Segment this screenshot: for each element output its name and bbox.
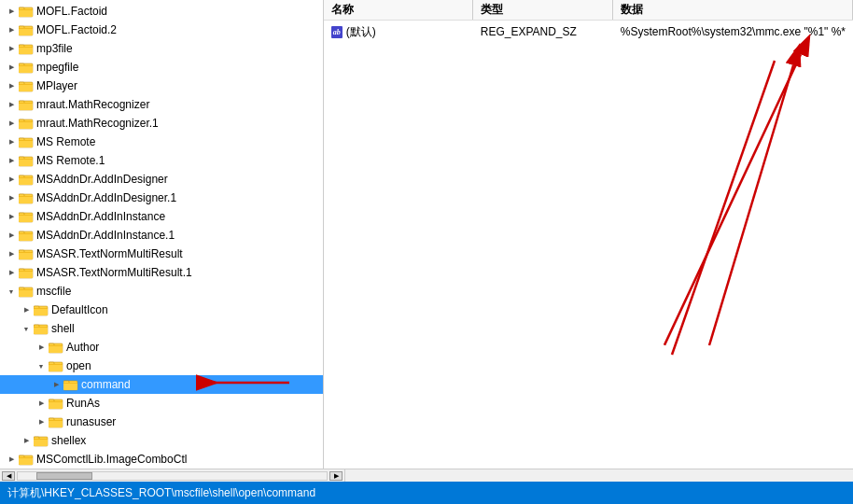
tree-item[interactable]: ▶ MPlayer bbox=[0, 77, 323, 95]
expand-btn[interactable]: ▶ bbox=[4, 4, 19, 19]
expand-btn[interactable]: ▶ bbox=[34, 340, 49, 355]
tree-item[interactable]: ▶ DefaultIcon bbox=[0, 301, 323, 319]
svg-rect-18 bbox=[19, 84, 33, 91]
reg-name-cell: ab (默认) bbox=[324, 24, 473, 40]
tree-item[interactable]: ▶ RunAs bbox=[0, 394, 323, 413]
expand-btn[interactable]: ▶ bbox=[4, 116, 19, 131]
folder-icon bbox=[19, 285, 34, 298]
svg-rect-23 bbox=[19, 103, 33, 104]
tree-item[interactable]: ▶ MSAddnDr.AddInInstance bbox=[0, 207, 323, 226]
tree-scroll[interactable]: ▶ MOFL.Factoid▶ MOFL.Factoid.2▶ mp3file▶… bbox=[0, 0, 323, 469]
tree-item[interactable]: ▶ MSASR.TextNormMultiResult.1 bbox=[0, 263, 323, 282]
tree-item[interactable]: ▶ runasuser bbox=[0, 413, 323, 431]
svg-rect-7 bbox=[19, 28, 33, 29]
tree-item[interactable]: ▶ MOFL.Factoid.2 bbox=[0, 21, 323, 39]
expand-btn[interactable]: ▶ bbox=[34, 414, 49, 429]
expand-btn[interactable]: ▼ bbox=[34, 358, 49, 373]
col-header-name: 名称 bbox=[324, 0, 473, 20]
tree-item[interactable]: ▶ MSAddnDr.AddInDesigner.1 bbox=[0, 189, 323, 207]
svg-rect-98 bbox=[19, 457, 33, 465]
registry-row[interactable]: ab (默认) REG_EXPAND_SZ %SystemRoot%\syste… bbox=[324, 22, 853, 41]
tree-item[interactable]: ▶ command bbox=[0, 375, 323, 394]
tree-item[interactable]: ▶ mp3file bbox=[0, 39, 323, 58]
tree-item[interactable]: ▶ MSAddnDr.AddInInstance.1 bbox=[0, 226, 323, 245]
tree-item-label: MOFL.Factoid.2 bbox=[36, 21, 117, 39]
svg-rect-6 bbox=[19, 28, 33, 35]
tree-item-label: MPlayer bbox=[36, 77, 77, 95]
tree-item-label: mscfile bbox=[36, 282, 71, 301]
svg-rect-54 bbox=[19, 252, 33, 259]
reg-data-cell: %SystemRoot%\system32\mmc.exe "%1" %* bbox=[613, 25, 853, 38]
tree-item-label: MSAddnDr.AddInDesigner.1 bbox=[36, 189, 176, 207]
expand-btn[interactable]: ▶ bbox=[49, 377, 63, 392]
tree-panel: ▶ MOFL.Factoid▶ MOFL.Factoid.2▶ mp3file▶… bbox=[0, 0, 324, 469]
folder-icon bbox=[63, 378, 78, 391]
registry-body[interactable]: ab (默认) REG_EXPAND_SZ %SystemRoot%\syste… bbox=[324, 21, 853, 469]
folder-icon bbox=[19, 61, 34, 74]
expand-btn[interactable]: ▶ bbox=[4, 22, 19, 37]
tree-item[interactable]: ▼ shell bbox=[0, 319, 323, 338]
svg-rect-91 bbox=[49, 420, 63, 421]
svg-rect-39 bbox=[19, 177, 33, 178]
svg-rect-31 bbox=[19, 140, 33, 141]
right-panel: 名称 类型 数据 ab (默认) REG_EXPAND_SZ %SystemRo… bbox=[324, 0, 853, 469]
svg-rect-94 bbox=[34, 439, 48, 446]
expand-btn[interactable]: ▶ bbox=[4, 60, 19, 75]
folder-icon bbox=[19, 173, 34, 186]
expand-btn[interactable]: ▼ bbox=[19, 321, 34, 336]
svg-rect-2 bbox=[19, 9, 33, 17]
expand-btn[interactable]: ▶ bbox=[34, 396, 49, 411]
svg-rect-3 bbox=[19, 9, 33, 10]
svg-rect-67 bbox=[34, 308, 48, 309]
tree-item[interactable]: ▶ MOFL.Factoid bbox=[0, 2, 323, 21]
tree-item[interactable]: ▶ mraut.MathRecognizer.1 bbox=[0, 114, 323, 133]
col-header-type: 类型 bbox=[473, 0, 613, 20]
hscroll-right-btn[interactable]: ▶ bbox=[329, 471, 343, 481]
hscroll-thumb[interactable] bbox=[36, 472, 92, 480]
svg-rect-87 bbox=[49, 401, 63, 402]
hscroll-left-btn[interactable]: ◀ bbox=[2, 471, 15, 481]
folder-icon bbox=[19, 5, 34, 18]
expand-btn[interactable]: ▶ bbox=[4, 228, 19, 243]
svg-rect-50 bbox=[19, 233, 33, 241]
tree-item-label: runasuser bbox=[66, 413, 116, 431]
expand-btn[interactable]: ▶ bbox=[4, 153, 19, 168]
expand-btn[interactable]: ▶ bbox=[4, 78, 19, 93]
tree-item-label: mpegfile bbox=[36, 58, 78, 77]
svg-rect-51 bbox=[19, 233, 33, 234]
tree-item[interactable]: ▶ MS Remote bbox=[0, 133, 323, 151]
tree-item[interactable]: ▶ mraut.MathRecognizer bbox=[0, 95, 323, 114]
tree-item[interactable]: ▶ MS Remote.1 bbox=[0, 151, 323, 170]
tree-item[interactable]: ▶ Author bbox=[0, 338, 323, 357]
tree-hscroll-area[interactable]: ◀ ▶ bbox=[0, 469, 345, 482]
folder-icon bbox=[19, 23, 34, 36]
expand-btn[interactable]: ▶ bbox=[4, 246, 19, 261]
tree-item[interactable]: ▶ MSASR.TextNormMultiResult bbox=[0, 245, 323, 263]
tree-item[interactable]: ▶ mpegfile bbox=[0, 58, 323, 77]
tree-item[interactable]: ▶ shellex bbox=[0, 431, 323, 450]
folder-icon bbox=[19, 210, 34, 223]
tree-item-label: DefaultIcon bbox=[51, 301, 108, 319]
status-path: 计算机\HKEY_CLASSES_ROOT\mscfile\shell\open… bbox=[7, 485, 315, 501]
folder-icon bbox=[34, 322, 49, 335]
expand-btn[interactable]: ▶ bbox=[4, 97, 19, 112]
expand-btn[interactable]: ▶ bbox=[4, 134, 19, 149]
expand-btn[interactable]: ▶ bbox=[4, 452, 19, 467]
folder-icon bbox=[19, 98, 34, 111]
expand-btn[interactable]: ▶ bbox=[4, 41, 19, 56]
tree-item[interactable]: ▶ MSAddnDr.AddInDesigner bbox=[0, 170, 323, 189]
folder-icon bbox=[19, 154, 34, 167]
svg-rect-38 bbox=[19, 177, 33, 185]
expand-btn[interactable]: ▶ bbox=[4, 265, 19, 280]
expand-btn[interactable]: ▶ bbox=[4, 209, 19, 224]
expand-btn[interactable]: ▶ bbox=[4, 172, 19, 187]
hscroll-track[interactable] bbox=[17, 471, 328, 481]
tree-item[interactable]: ▼ mscfile bbox=[0, 282, 323, 301]
expand-btn[interactable]: ▶ bbox=[4, 190, 19, 205]
svg-rect-55 bbox=[19, 252, 33, 253]
expand-btn[interactable]: ▶ bbox=[19, 433, 34, 448]
expand-btn[interactable]: ▶ bbox=[19, 302, 34, 317]
expand-btn[interactable]: ▼ bbox=[4, 284, 19, 299]
tree-item[interactable]: ▼ open bbox=[0, 357, 323, 375]
tree-item[interactable]: ▶ MSComctlLib.ImageComboCtl bbox=[0, 450, 323, 469]
